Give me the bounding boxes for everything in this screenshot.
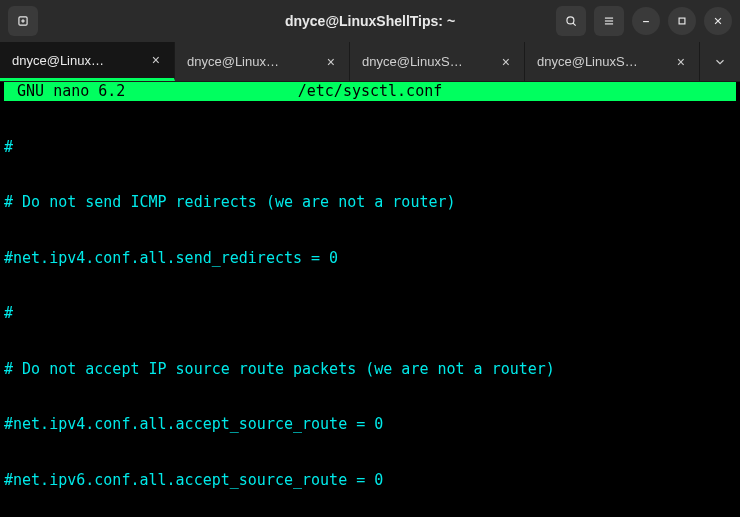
tab-label: dnyce@Linux…	[187, 54, 279, 69]
svg-point-3	[567, 17, 574, 24]
close-icon	[711, 14, 725, 28]
nano-header: GNU nano 6.2 /etc/sysctl.conf	[4, 82, 736, 101]
editor-line: # Do not accept IP source route packets …	[4, 360, 736, 379]
tab-label: dnyce@LinuxS…	[537, 54, 638, 69]
chevron-down-icon	[713, 55, 727, 69]
window-title: dnyce@LinuxShellTips: ~	[193, 13, 547, 29]
tab-dropdown-button[interactable]	[700, 42, 740, 81]
titlebar: dnyce@LinuxShellTips: ~	[0, 0, 740, 42]
minimize-icon	[639, 14, 653, 28]
nano-app-name: GNU nano 6.2	[8, 82, 249, 101]
new-tab-icon	[16, 14, 30, 28]
editor-line: #net.ipv4.conf.all.send_redirects = 0	[4, 249, 736, 268]
minimize-button[interactable]	[632, 7, 660, 35]
hamburger-icon	[602, 14, 616, 28]
tab-0[interactable]: dnyce@Linux… ×	[0, 42, 175, 81]
tab-2[interactable]: dnyce@LinuxS… ×	[350, 42, 525, 81]
maximize-icon	[675, 14, 689, 28]
tab-close-button[interactable]: ×	[675, 54, 687, 70]
menu-button[interactable]	[594, 6, 624, 36]
tab-close-button[interactable]: ×	[150, 52, 162, 68]
terminal[interactable]: GNU nano 6.2 /etc/sysctl.conf # # Do not…	[0, 82, 740, 517]
tab-close-button[interactable]: ×	[325, 54, 337, 70]
new-tab-button[interactable]	[8, 6, 38, 36]
maximize-button[interactable]	[668, 7, 696, 35]
search-icon	[564, 14, 578, 28]
tab-label: dnyce@LinuxS…	[362, 54, 463, 69]
tab-3[interactable]: dnyce@LinuxS… ×	[525, 42, 700, 81]
tab-label: dnyce@Linux…	[12, 53, 104, 68]
tab-close-button[interactable]: ×	[500, 54, 512, 70]
editor-line: # Do not send ICMP redirects (we are not…	[4, 193, 736, 212]
editor-line: #	[4, 304, 736, 323]
editor-line: #	[4, 138, 736, 157]
editor-line: #net.ipv6.conf.all.accept_source_route =…	[4, 471, 736, 490]
svg-rect-9	[679, 18, 685, 24]
tab-1[interactable]: dnyce@Linux… ×	[175, 42, 350, 81]
tabbar: dnyce@Linux… × dnyce@Linux… × dnyce@Linu…	[0, 42, 740, 82]
svg-line-4	[573, 23, 576, 26]
close-window-button[interactable]	[704, 7, 732, 35]
nano-file-name: /etc/sysctl.conf	[249, 82, 490, 101]
editor-line: #net.ipv4.conf.all.accept_source_route =…	[4, 415, 736, 434]
search-button[interactable]	[556, 6, 586, 36]
editor-content[interactable]: # # Do not send ICMP redirects (we are n…	[0, 101, 740, 518]
